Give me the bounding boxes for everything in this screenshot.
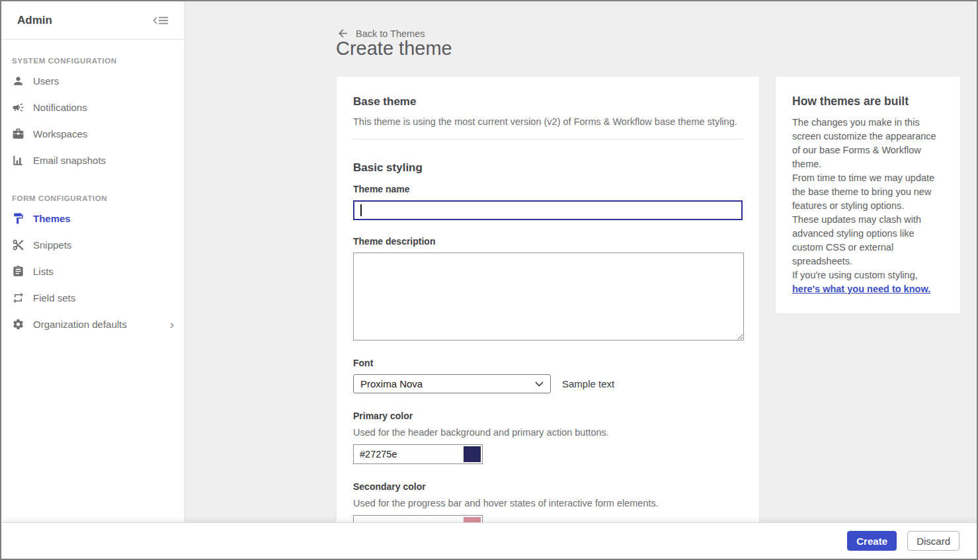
section-divider xyxy=(353,139,743,140)
theme-name-label: Theme name xyxy=(353,184,743,195)
sidebar-title: Admin xyxy=(17,14,52,27)
custom-styling-link[interactable]: here's what you need to know. xyxy=(792,284,930,294)
collapse-sidebar-icon xyxy=(153,15,169,26)
help-paragraph: These updates may clash with advanced st… xyxy=(792,213,944,268)
chevron-down-icon xyxy=(535,381,544,387)
collapse-sidebar-button[interactable] xyxy=(153,15,169,26)
clipboard-icon xyxy=(12,265,24,278)
sidebar: Admin SYSTEM CONFIGURATION Users Notific… xyxy=(1,1,185,522)
admin-window: Admin SYSTEM CONFIGURATION Users Notific… xyxy=(0,0,978,560)
bar-chart-icon xyxy=(12,154,24,167)
sidebar-item-label: Users xyxy=(33,75,59,87)
sidebar-item-workspaces[interactable]: Workspaces xyxy=(1,120,184,147)
theme-name-input[interactable] xyxy=(353,200,743,220)
sidebar-item-organization-defaults[interactable]: Organization defaults › xyxy=(1,311,184,337)
sidebar-item-label: Organization defaults xyxy=(33,319,127,330)
font-row: Proxima Nova Sample text xyxy=(353,374,743,393)
page-title: Create theme xyxy=(336,38,452,60)
sidebar-item-email-snapshots[interactable]: Email snapshots xyxy=(1,147,184,173)
help-paragraph: From time to time we may update the base… xyxy=(792,171,944,213)
base-theme-description: This theme is using the most current ver… xyxy=(353,115,743,128)
help-panel-heading: How themes are built xyxy=(792,95,944,108)
help-paragraph: The changes you make in this screen cust… xyxy=(792,116,944,171)
secondary-color-label: Secondary color xyxy=(353,481,743,493)
help-panel-body: The changes you make in this screen cust… xyxy=(792,116,944,296)
sidebar-item-snippets[interactable]: Snippets xyxy=(1,231,184,258)
user-icon xyxy=(12,75,24,87)
section-label-system-configuration: SYSTEM CONFIGURATION xyxy=(12,57,174,65)
scissors-icon xyxy=(12,239,24,251)
sidebar-item-label: Notifications xyxy=(33,102,87,113)
paint-roller-icon xyxy=(12,212,24,225)
sidebar-item-notifications[interactable]: Notifications xyxy=(1,94,184,120)
font-select-value: Proxima Nova xyxy=(360,378,423,389)
section-label-form-configuration: FORM CONFIGURATION xyxy=(12,194,174,202)
sidebar-item-label: Field sets xyxy=(33,292,75,303)
action-bar: Create Discard xyxy=(1,522,977,559)
theme-description-label: Theme description xyxy=(353,236,743,247)
base-theme-heading: Base theme xyxy=(353,95,743,109)
primary-color-swatch[interactable] xyxy=(464,446,481,462)
megaphone-icon xyxy=(12,101,24,114)
sidebar-item-field-sets[interactable]: Field sets xyxy=(1,284,184,311)
create-button[interactable]: Create xyxy=(847,531,897,551)
discard-button[interactable]: Discard xyxy=(907,531,959,551)
font-label: Font xyxy=(353,358,743,369)
sidebar-item-label: Themes xyxy=(33,213,71,224)
gear-icon xyxy=(12,318,24,331)
sidebar-item-users[interactable]: Users xyxy=(1,67,184,94)
text-caret xyxy=(360,204,362,216)
sidebar-item-label: Workspaces xyxy=(33,128,87,140)
sidebar-item-label: Email snapshots xyxy=(33,155,106,166)
theme-description-textarea[interactable] xyxy=(353,253,744,340)
theme-form-card: Base theme This theme is using the most … xyxy=(336,76,760,524)
font-sample-text: Sample text xyxy=(562,378,614,389)
chevron-right-icon: › xyxy=(170,318,174,331)
sidebar-item-lists[interactable]: Lists xyxy=(1,258,184,284)
sidebar-header: Admin xyxy=(1,1,184,40)
briefcase-icon xyxy=(12,128,24,140)
font-select[interactable]: Proxima Nova xyxy=(353,374,551,393)
primary-color-input[interactable]: #27275e xyxy=(353,444,483,464)
sidebar-item-label: Snippets xyxy=(33,239,71,251)
sidebar-item-themes[interactable]: Themes xyxy=(1,205,184,231)
basic-styling-heading: Basic styling xyxy=(353,161,743,175)
theme-name-input-field[interactable] xyxy=(354,202,741,219)
primary-color-label: Primary color xyxy=(353,411,743,422)
help-panel: How themes are built The changes you mak… xyxy=(775,76,961,314)
secondary-color-description: Used for the progress bar and hover stat… xyxy=(353,497,743,510)
help-link-prefix: If you're using custom styling, xyxy=(792,270,918,280)
primary-color-description: Used for the header background and prima… xyxy=(353,426,743,439)
repeat-icon xyxy=(12,292,24,304)
primary-color-value: #27275e xyxy=(354,449,462,460)
sidebar-item-label: Lists xyxy=(33,266,54,277)
help-paragraph: If you're using custom styling, here's w… xyxy=(792,268,944,296)
